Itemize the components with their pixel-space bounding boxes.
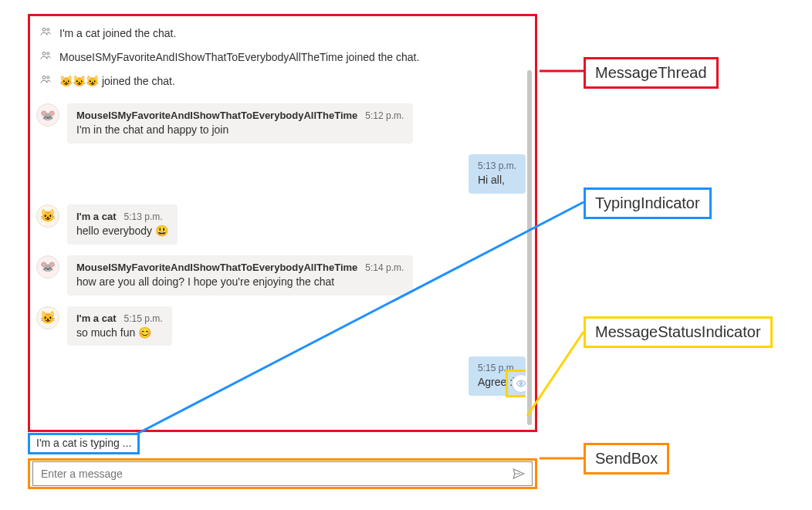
message-body: Hi all, — [478, 173, 516, 187]
callout-typing-indicator: TypingIndicator — [584, 187, 712, 219]
message-bubble: I'm a cat5:13 p.m.hello everybody 😃 — [67, 204, 178, 245]
svg-point-5 — [47, 76, 49, 79]
message-body: Agree :) — [478, 375, 516, 390]
system-message-text: I'm a cat joined the chat. — [59, 27, 176, 39]
people-icon — [39, 49, 52, 64]
eye-icon — [516, 378, 526, 389]
system-message-text: 😺😺😺 joined the chat. — [59, 75, 175, 87]
typing-indicator: I'm a cat is typing ... — [28, 433, 140, 454]
svg-point-1 — [47, 29, 49, 31]
message-incoming: 🐭MouseISMyFavoriteAndIShowThatToEverybod… — [36, 103, 526, 144]
message-outgoing: 5:15 p.m.Agree :) — [36, 356, 526, 396]
message-author: I'm a cat — [76, 312, 117, 324]
message-outgoing: 5:13 p.m.Hi all, — [36, 154, 526, 194]
message-input[interactable] — [33, 468, 506, 480]
message-time: 5:13 p.m. — [478, 160, 516, 171]
message-thread: I'm a cat joined the chat.MouseISMyFavor… — [28, 14, 537, 432]
message-time: 5:15 p.m. — [124, 313, 163, 324]
svg-point-2 — [42, 52, 46, 55]
message-incoming: 🐭MouseISMyFavoriteAndIShowThatToEverybod… — [36, 255, 526, 296]
avatar: 😺 — [36, 204, 59, 228]
message-author: I'm a cat — [76, 211, 117, 222]
message-body: how are you all doing? I hope you're enj… — [76, 275, 404, 289]
message-time: 5:14 p.m. — [365, 262, 404, 273]
send-icon — [512, 467, 526, 481]
message-bubble: MouseISMyFavoriteAndIShowThatToEverybody… — [67, 103, 413, 144]
avatar: 🐭 — [36, 103, 59, 127]
message-bubble: MouseISMyFavoriteAndIShowThatToEverybody… — [67, 255, 413, 296]
system-message-text: MouseISMyFavoriteAndIShowThatToEverybody… — [59, 51, 419, 63]
system-message: 😺😺😺 joined the chat. — [36, 69, 526, 93]
callout-message-status: MessageStatusIndicator — [584, 316, 773, 348]
callout-send-box: SendBox — [584, 443, 669, 475]
message-bubble: I'm a cat5:15 p.m.so much fun 😊 — [67, 306, 172, 346]
people-icon — [39, 73, 52, 88]
message-incoming: 😺I'm a cat5:15 p.m.so much fun 😊 — [36, 306, 526, 346]
svg-point-4 — [42, 76, 46, 79]
message-author: MouseISMyFavoriteAndIShowThatToEverybody… — [76, 262, 357, 273]
message-bubble: 5:13 p.m.Hi all, — [469, 154, 526, 194]
message-time: 5:15 p.m. — [478, 363, 516, 373]
system-message: MouseISMyFavoriteAndIShowThatToEverybody… — [36, 45, 526, 69]
svg-point-0 — [42, 28, 46, 31]
scrollbar[interactable] — [527, 70, 532, 425]
svg-point-6 — [520, 383, 523, 385]
message-time: 5:12 p.m. — [365, 110, 404, 121]
message-incoming: 😺I'm a cat5:13 p.m.hello everybody 😃 — [36, 204, 526, 245]
callout-message-thread: MessageThread — [584, 57, 719, 89]
message-body: hello everybody 😃 — [76, 224, 168, 238]
send-button[interactable] — [506, 463, 532, 485]
message-time: 5:13 p.m. — [124, 211, 163, 222]
typing-indicator-text: I'm a cat is typing ... — [36, 437, 131, 449]
message-body: I'm in the chat and happy to join — [76, 123, 404, 137]
message-author: MouseISMyFavoriteAndIShowThatToEverybody… — [76, 110, 357, 121]
message-body: so much fun 😊 — [76, 326, 163, 340]
system-message: I'm a cat joined the chat. — [36, 21, 526, 45]
send-box — [28, 458, 537, 489]
avatar: 🐭 — [36, 255, 59, 279]
people-icon — [39, 25, 52, 40]
svg-point-3 — [47, 52, 49, 55]
avatar: 😺 — [36, 306, 59, 329]
